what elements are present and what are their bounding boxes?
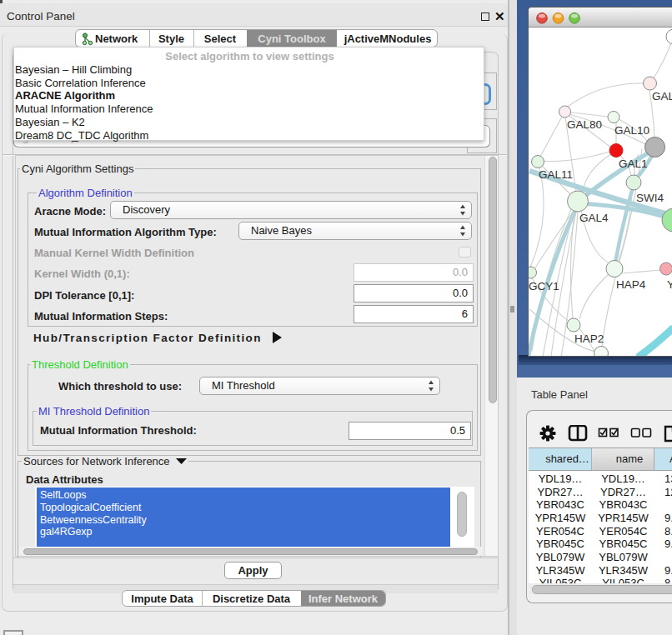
svg-text:YEL070W: YEL070W bbox=[667, 278, 672, 291]
svg-text:GAL11: GAL11 bbox=[539, 168, 573, 181]
svg-text:GAL4: GAL4 bbox=[579, 212, 609, 224]
svg-text:GCY1: GCY1 bbox=[529, 280, 559, 292]
svg-text:HAP2: HAP2 bbox=[574, 332, 604, 345]
svg-text:SWI4: SWI4 bbox=[636, 192, 664, 204]
svg-text:GAL1: GAL1 bbox=[619, 158, 648, 170]
svg-text:GAL7: GAL7 bbox=[652, 90, 672, 102]
svg-text:GAL10: GAL10 bbox=[614, 124, 649, 137]
svg-text:GAL80: GAL80 bbox=[567, 118, 602, 131]
svg-text:HAP4: HAP4 bbox=[616, 278, 646, 291]
